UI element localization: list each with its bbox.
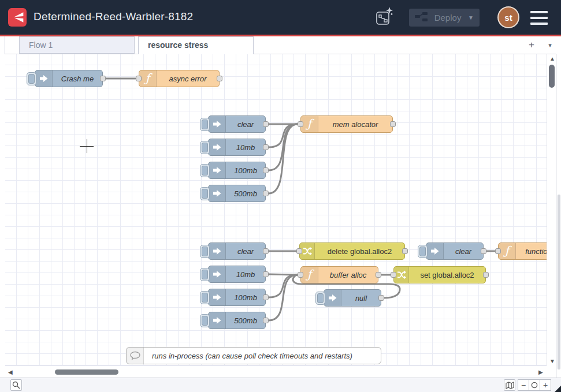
flow-list-chevron-icon[interactable]: ▾ [544, 39, 556, 51]
flow-assistant-icon[interactable] [374, 6, 394, 27]
scroll-left-icon[interactable]: ◀ [8, 369, 13, 375]
flow-node-inject[interactable]: clear [426, 242, 484, 260]
flow-node-inject[interactable]: clear [208, 115, 266, 133]
add-flow-button[interactable]: + [525, 39, 538, 51]
function-icon: ƒ [139, 70, 157, 87]
input-port[interactable] [136, 76, 142, 81]
output-port[interactable] [263, 271, 269, 277]
sidebar-scrollbar[interactable] [558, 195, 560, 369]
flow-node-inject[interactable]: 500mb [208, 185, 266, 202]
input-port[interactable] [298, 272, 303, 278]
scroll-up-icon[interactable]: ▲ [549, 56, 555, 62]
output-port[interactable] [376, 272, 381, 278]
output-port[interactable] [263, 248, 269, 254]
flow-node-function[interactable]: ƒfunction [498, 242, 547, 260]
inject-trigger-button[interactable] [200, 118, 210, 131]
inject-icon [324, 290, 341, 306]
inject-trigger-button[interactable] [418, 245, 428, 258]
input-port[interactable] [391, 272, 396, 278]
output-port[interactable] [263, 294, 269, 300]
inject-arrow-icon [213, 166, 222, 175]
function-f-icon: ƒ [505, 245, 509, 257]
inject-arrow-icon [213, 143, 222, 152]
inject-trigger-button[interactable] [200, 245, 210, 258]
output-port[interactable] [263, 167, 269, 173]
node-label: 10mb [226, 139, 265, 155]
tab-resource-stress[interactable]: resource stress [138, 36, 254, 54]
inject-trigger-button[interactable] [200, 314, 210, 327]
inject-arrow-icon [213, 316, 222, 325]
flow-node-function[interactable]: ƒmem alocator [300, 115, 393, 133]
resize-corner [555, 386, 561, 392]
horizontal-scrollbar[interactable]: ◀ ▶ [5, 365, 547, 378]
inject-arrow-icon [213, 120, 222, 129]
search-button[interactable] [10, 379, 22, 391]
scroll-down-icon[interactable]: ▼ [549, 359, 555, 364]
flow-node-inject[interactable]: 10mb [208, 139, 266, 156]
flow-node-change[interactable]: set global.alloc2 [393, 266, 486, 283]
workspace-title: Determined-Reed-Warbler-8182 [34, 10, 193, 23]
comment-icon [127, 348, 144, 364]
output-port[interactable] [378, 295, 384, 301]
node-label: clear [226, 243, 265, 259]
input-port[interactable] [296, 248, 302, 254]
flow-node-function[interactable]: ƒbuffer alloc [300, 266, 378, 283]
flow-node-change[interactable]: delete global.alloc2 [299, 242, 405, 260]
zoom-reset-button[interactable] [529, 379, 540, 391]
inject-icon [209, 139, 226, 155]
deploy-button[interactable]: Deploy ▼ [409, 9, 480, 27]
flow-node-inject[interactable]: 10mb [208, 266, 266, 283]
zoom-in-button[interactable]: + [540, 379, 551, 391]
inject-icon [209, 289, 226, 305]
inject-trigger-button[interactable] [315, 292, 325, 305]
horizontal-scroll-thumb[interactable] [55, 369, 118, 375]
inject-trigger-button[interactable] [200, 291, 210, 304]
scroll-right-icon[interactable]: ▶ [538, 369, 543, 375]
node-label: function [516, 243, 547, 259]
flow-canvas[interactable]: Crash meƒasync errorclear10mb100mb500mbƒ… [5, 54, 547, 365]
output-port[interactable] [263, 144, 269, 150]
node-red-editor: Determined-Reed-Warbler-8182 Deploy [0, 0, 561, 392]
deploy-chevron-icon[interactable]: ▼ [468, 14, 474, 21]
output-port[interactable] [100, 76, 106, 81]
tab-flow-1[interactable]: Flow 1 [19, 36, 135, 54]
flow-node-inject[interactable]: 500mb [208, 312, 266, 329]
flow-node-inject[interactable]: null [324, 289, 381, 307]
output-port[interactable] [263, 318, 269, 323]
node-label: buffer alloc [318, 267, 378, 283]
deploy-label: Deploy [428, 13, 468, 23]
inject-icon [209, 116, 226, 132]
output-port[interactable] [402, 248, 408, 254]
flow-node-inject[interactable]: 100mb [208, 162, 266, 179]
flow-node-comment[interactable]: runs in-process (can cause poll check ti… [126, 347, 381, 364]
inject-trigger-button[interactable] [200, 187, 210, 200]
output-port[interactable] [481, 248, 486, 254]
input-port[interactable] [495, 248, 501, 254]
node-label: async error [157, 70, 219, 87]
flow-node-inject[interactable]: 100mb [208, 289, 266, 306]
function-f-icon: ƒ [307, 118, 311, 130]
vertical-scrollbar[interactable]: ▲ ▼ [547, 54, 556, 365]
output-port[interactable] [263, 191, 269, 196]
flow-node-inject[interactable]: Crash me [35, 70, 103, 87]
inject-trigger-button[interactable] [27, 72, 36, 85]
function-f-icon: ƒ [307, 268, 311, 281]
output-port[interactable] [483, 272, 489, 278]
footer-toolbar: − + [0, 378, 561, 392]
inject-trigger-button[interactable] [200, 141, 210, 154]
flow-node-inject[interactable]: clear [208, 242, 266, 260]
minimap-button[interactable] [504, 379, 515, 391]
flow-node-function[interactable]: ƒasync error [139, 70, 220, 87]
inject-trigger-button[interactable] [200, 164, 210, 177]
user-avatar[interactable]: st [497, 6, 519, 28]
output-port[interactable] [263, 121, 269, 127]
input-port[interactable] [298, 121, 303, 127]
output-port[interactable] [390, 121, 396, 127]
main-menu-icon[interactable] [530, 11, 549, 25]
node-label: runs in-process (can cause poll check ti… [144, 348, 381, 364]
zoom-out-button[interactable]: − [518, 379, 529, 391]
vertical-scroll-thumb[interactable] [549, 65, 555, 88]
comment-bubble-icon [130, 351, 140, 360]
inject-trigger-button[interactable] [200, 268, 210, 281]
output-port[interactable] [217, 76, 222, 81]
